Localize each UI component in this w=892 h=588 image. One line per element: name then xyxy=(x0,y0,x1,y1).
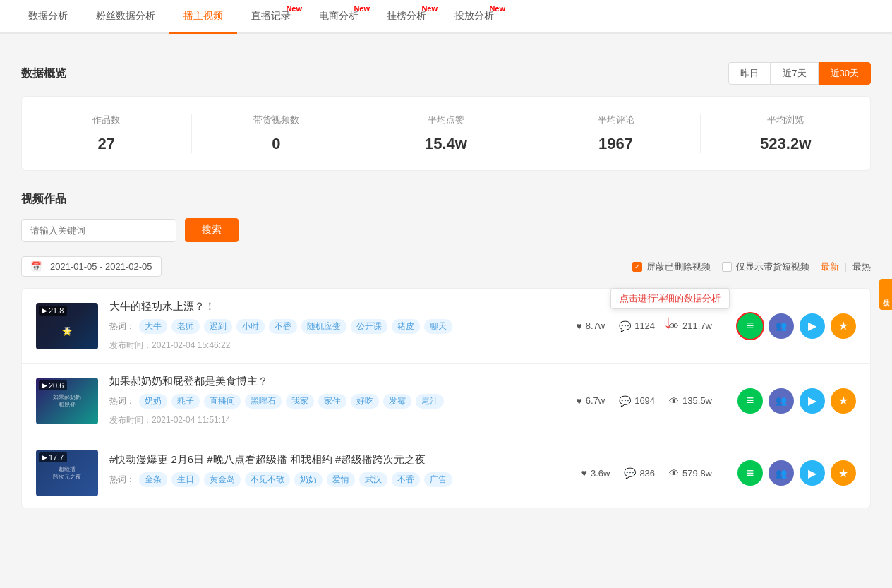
search-input[interactable] xyxy=(21,219,176,242)
tag-1-2[interactable]: 直播间 xyxy=(204,394,241,409)
stat-avg-views: 平均浏览 523.2w xyxy=(701,114,870,153)
tag-2-1[interactable]: 生日 xyxy=(171,472,200,487)
tab-data-analysis[interactable]: 数据分析 xyxy=(14,0,82,32)
tab-ad-analysis[interactable]: 投放分析 New xyxy=(440,0,508,32)
stats-card: 作品数 27 带货视频数 0 平均点赞 15.4w 平均评论 1967 平均浏览… xyxy=(21,96,871,171)
date-buttons: 昨日 近7天 近30天 xyxy=(728,62,871,85)
tag-1-7[interactable]: 发霉 xyxy=(383,394,411,409)
tab-fans-analysis[interactable]: 粉丝数据分析 xyxy=(82,0,169,32)
tag-2-6[interactable]: 武汉 xyxy=(359,472,387,487)
tag-2-7[interactable]: 不香 xyxy=(392,472,420,487)
tag-1-1[interactable]: 耗子 xyxy=(171,394,200,409)
eye-icon-3: 👁 xyxy=(669,467,679,479)
tag-1-0[interactable]: 奶奶 xyxy=(139,394,167,409)
data-detail-btn-2[interactable]: ≡ xyxy=(737,388,763,414)
heart-icon-1: ♥ xyxy=(576,320,581,332)
date-btn-30days[interactable]: 近30天 xyxy=(819,62,871,85)
star-btn-1[interactable]: ★ xyxy=(831,313,856,339)
fans-btn-2[interactable]: 👥 xyxy=(769,388,794,414)
sort-links: 最新 | 最热 xyxy=(821,260,871,273)
date-btn-7days[interactable]: 近7天 xyxy=(771,62,818,85)
data-detail-btn-3[interactable]: ≡ xyxy=(737,460,763,486)
hot-label-3: 热词： xyxy=(109,474,135,486)
play-btn-2[interactable]: ▶ xyxy=(800,388,825,414)
sort-hot[interactable]: 最热 xyxy=(852,260,871,273)
tag-0-6[interactable]: 公开课 xyxy=(351,319,387,334)
video-title-2: 如果郝奶奶和屁登都是美食博主？ xyxy=(109,375,565,388)
stat-goods-label: 带货视频数 xyxy=(192,114,361,126)
tag-2-2[interactable]: 黄金岛 xyxy=(204,472,241,487)
tag-1-6[interactable]: 好吃 xyxy=(351,394,379,409)
video-stats-3: ♥ 3.6w 💬 836 👁 579.8w xyxy=(581,467,712,479)
video-title-3: #快动漫爆更 2月6日 #晚八点看超级播 和我相约 #超级播跨次元之夜 xyxy=(109,453,570,467)
date-btn-yesterday[interactable]: 昨日 xyxy=(728,62,771,85)
video-list: 21.8 六千之王 ★ 大牛的轻功水上漂？！ 热词： 大牛 老师 迟到 小时 不… xyxy=(21,288,871,508)
star-btn-3[interactable]: ★ xyxy=(831,460,856,486)
calendar-icon: 📅 xyxy=(30,261,42,272)
stat-comments-label: 平均评论 xyxy=(531,114,701,126)
tag-2-3[interactable]: 不见不散 xyxy=(245,472,290,487)
tab-live-record[interactable]: 直播记录 New xyxy=(237,0,305,32)
comment-icon-3: 💬 xyxy=(624,467,636,479)
overview-title: 数据概览 xyxy=(21,66,66,81)
checkbox-exclude-deleted[interactable] xyxy=(632,262,642,272)
tag-1-4[interactable]: 我家 xyxy=(286,394,314,409)
play-btn-1[interactable]: ▶ xyxy=(800,313,825,339)
data-detail-btn-1[interactable]: ≡ xyxy=(737,313,763,339)
sidebar-right-text: 反馈 xyxy=(881,293,891,296)
sort-latest[interactable]: 最新 xyxy=(821,260,839,273)
filter-goods-only[interactable]: 仅显示带货短视频 xyxy=(722,260,809,273)
play-btn-3[interactable]: ▶ xyxy=(800,460,825,486)
tag-0-5[interactable]: 随机应变 xyxy=(301,319,346,334)
filter-right: 屏蔽已删除视频 仅显示带货短视频 最新 | 最热 xyxy=(632,260,871,273)
star-btn-2[interactable]: ★ xyxy=(831,388,856,414)
annotation-callout: 点击进行详细的数据分析 xyxy=(610,288,730,309)
tag-0-1[interactable]: 老师 xyxy=(171,319,200,334)
tag-2-8[interactable]: 广告 xyxy=(424,472,452,487)
tag-1-5[interactable]: 家住 xyxy=(318,394,346,409)
action-btns-3: ≡ 👥 ▶ ★ xyxy=(737,460,856,486)
stat-avg-likes: 平均点赞 15.4w xyxy=(361,114,531,153)
tag-0-4[interactable]: 不香 xyxy=(269,319,297,334)
filter-exclude-deleted[interactable]: 屏蔽已删除视频 xyxy=(632,260,711,273)
right-sidebar[interactable]: 反馈 xyxy=(879,279,892,310)
publish-time-2: 发布时间：2021-02-04 11:51:14 xyxy=(109,414,565,426)
stat-likes-label: 平均点赞 xyxy=(361,114,531,126)
tag-2-0[interactable]: 金条 xyxy=(139,472,167,487)
tab-streamer-video[interactable]: 播主视频 xyxy=(169,0,237,34)
new-badge-live: New xyxy=(286,4,302,13)
tab-ecommerce[interactable]: 电商分析 New xyxy=(305,0,373,32)
new-badge-ad: New xyxy=(489,4,505,13)
tag-0-0[interactable]: 大牛 xyxy=(139,319,167,334)
tag-1-3[interactable]: 黑曜石 xyxy=(245,394,282,409)
tag-0-8[interactable]: 聊天 xyxy=(424,319,452,334)
stat-views-value: 523.2w xyxy=(701,135,870,153)
vstat-likes-1: ♥ 8.7w xyxy=(576,320,605,332)
tag-0-2[interactable]: 迟到 xyxy=(204,319,232,334)
eye-icon-2: 👁 xyxy=(669,395,679,407)
stat-works: 作品数 27 xyxy=(22,114,192,153)
vstat-likes-3: ♥ 3.6w xyxy=(581,467,610,479)
date-range-value: 2021-01-05 - 2021-02-05 xyxy=(50,261,152,272)
checkbox-goods-only[interactable] xyxy=(722,262,732,272)
date-range-picker[interactable]: 📅 2021-01-05 - 2021-02-05 xyxy=(21,256,162,277)
stat-goods-value: 0 xyxy=(192,135,361,153)
tag-2-4[interactable]: 奶奶 xyxy=(294,472,323,487)
tab-ranking[interactable]: 挂榜分析 New xyxy=(373,0,440,32)
tag-0-3[interactable]: 小时 xyxy=(236,319,265,334)
fans-btn-1[interactable]: 👥 xyxy=(769,313,794,339)
search-button[interactable]: 搜索 xyxy=(185,218,239,242)
sort-divider: | xyxy=(845,261,847,272)
video-item-1: 21.8 六千之王 ★ 大牛的轻功水上漂？！ 热词： 大牛 老师 迟到 小时 不… xyxy=(21,288,871,363)
video-section-title: 视频作品 xyxy=(21,192,871,207)
fans-btn-3[interactable]: 👥 xyxy=(769,460,794,486)
video-item-3: 17.7 超级播 跨次元之夜 #快动漫爆更 2月6日 #晚八点看超级播 和我相约… xyxy=(21,438,871,508)
filter-goods-only-label: 仅显示带货短视频 xyxy=(736,260,809,273)
video-info-2: 如果郝奶奶和屁登都是美食博主？ 热词： 奶奶 耗子 直播间 黑曜石 我家 家住 … xyxy=(109,375,565,426)
tag-1-8[interactable]: 尾汁 xyxy=(416,394,444,409)
tag-0-7[interactable]: 猪皮 xyxy=(392,319,420,334)
tag-2-5[interactable]: 爱情 xyxy=(327,472,355,487)
stat-goods-videos: 带货视频数 0 xyxy=(192,114,362,153)
video-title-1: 大牛的轻功水上漂？！ xyxy=(109,300,565,313)
video-thumb-1: 21.8 六千之王 ★ xyxy=(36,303,98,349)
